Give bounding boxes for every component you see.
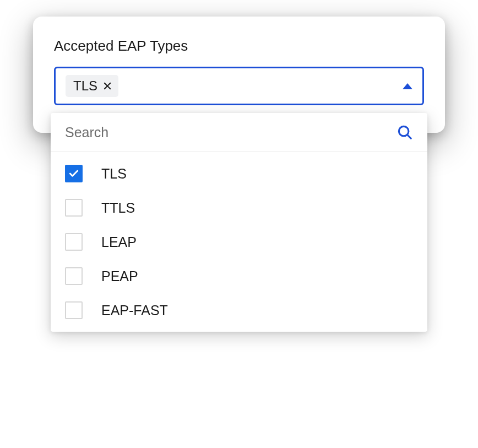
option-item-leap[interactable]: LEAP bbox=[51, 225, 427, 259]
tag-label: TLS bbox=[73, 78, 97, 94]
multi-select-container: Accepted EAP Types TLS bbox=[33, 17, 445, 133]
option-item-peap[interactable]: PEAP bbox=[51, 259, 427, 293]
option-item-tls[interactable]: TLS bbox=[51, 156, 427, 191]
search-icon bbox=[396, 124, 413, 141]
checkbox-unchecked[interactable] bbox=[65, 301, 83, 319]
option-label: TTLS bbox=[101, 200, 135, 216]
option-label: EAP-FAST bbox=[101, 303, 168, 319]
dropdown-panel: TLS TTLS LEAP PEAP EAP-FAST bbox=[51, 113, 427, 332]
checkbox-checked[interactable] bbox=[65, 165, 83, 182]
caret-up-icon bbox=[403, 83, 412, 89]
svg-line-3 bbox=[408, 135, 411, 138]
checkbox-unchecked[interactable] bbox=[65, 267, 83, 285]
checkbox-unchecked[interactable] bbox=[65, 199, 83, 217]
options-list: TLS TTLS LEAP PEAP EAP-FAST bbox=[51, 152, 427, 332]
field-label: Accepted EAP Types bbox=[54, 37, 424, 55]
close-icon bbox=[102, 81, 112, 91]
checkbox-unchecked[interactable] bbox=[65, 233, 83, 251]
search-row bbox=[51, 113, 427, 152]
selected-tag-tls: TLS bbox=[66, 75, 118, 97]
option-item-ttls[interactable]: TTLS bbox=[51, 191, 427, 225]
remove-tag-button[interactable] bbox=[102, 80, 113, 91]
option-label: PEAP bbox=[101, 268, 138, 284]
multi-select-input[interactable]: TLS bbox=[54, 67, 424, 105]
search-input[interactable] bbox=[65, 125, 396, 141]
option-label: LEAP bbox=[101, 234, 137, 250]
selected-tags: TLS bbox=[66, 75, 118, 97]
option-item-eap-fast[interactable]: EAP-FAST bbox=[51, 293, 427, 327]
option-label: TLS bbox=[101, 166, 127, 182]
check-icon bbox=[68, 168, 79, 179]
